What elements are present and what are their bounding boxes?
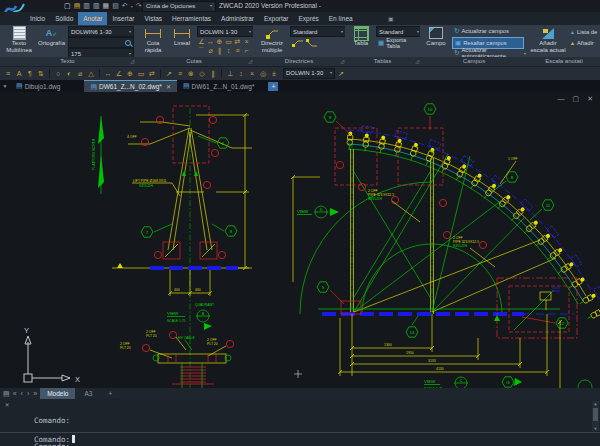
prev-layout-icon[interactable]: ‹ <box>20 388 24 399</box>
dim-centermark-icon[interactable]: ⊕ <box>125 68 135 79</box>
export-table-button[interactable]: ▦ Exporta Tabla <box>376 38 420 48</box>
doc-minimize-icon[interactable]: — <box>558 95 565 103</box>
dim-inspect-icon[interactable]: ◎ <box>258 68 268 79</box>
command-close-icon[interactable]: ✕ <box>5 401 9 409</box>
dim-ordinate-icon[interactable]: ≡ <box>233 46 242 55</box>
dim-continue2-icon[interactable]: ⇄ <box>147 68 157 79</box>
undo-icon[interactable]: ↶ <box>122 1 128 11</box>
table-style-combo[interactable]: Standard▾ <box>376 26 422 37</box>
ordinate-icon[interactable]: ≡ <box>175 68 185 79</box>
dim-style-combo[interactable]: DOLWIN 1-30▾ <box>197 26 254 37</box>
tab-administrar[interactable]: Administrar <box>216 12 259 25</box>
datum-icon[interactable]: ◇ <box>197 68 207 79</box>
print-icon[interactable]: ▦ <box>103 1 110 11</box>
dialog-launcher-icon[interactable]: ◿ <box>340 57 344 66</box>
preview-icon[interactable]: ▧ <box>112 1 119 11</box>
mleader-button[interactable]: Directriz múltiple <box>256 26 288 53</box>
doc-restore-icon[interactable]: ▢ <box>573 95 580 103</box>
dialog-launcher-icon[interactable]: ◿ <box>415 57 419 66</box>
dim-aligned-icon[interactable]: ↔ <box>206 37 215 46</box>
toolbar-dim-style-combo[interactable]: DOLWIN 1-30▾ <box>283 68 335 79</box>
scale-list-button[interactable]: ▲ Lista de <box>568 27 600 37</box>
doc-close-icon[interactable]: ✕ <box>587 95 593 103</box>
scroll-down-icon[interactable]: ▼ <box>592 426 599 431</box>
new-file-icon[interactable]: ▢ <box>64 1 71 11</box>
tab-solido[interactable]: Sólido <box>50 12 78 25</box>
scroll-up-icon[interactable]: ▲ <box>592 401 599 406</box>
layout-list-icon[interactable]: ▤ <box>3 388 10 399</box>
tab-vistas[interactable]: Vistas <box>139 12 167 25</box>
parallel-icon[interactable]: ∥ <box>208 68 218 79</box>
open-file-icon[interactable]: ▤ <box>74 1 81 11</box>
dim-box-icon[interactable]: ▭ <box>136 68 146 79</box>
doc-tab-dibujo1[interactable]: ▤ Dibujo1.dwg <box>10 80 66 92</box>
text-style-combo[interactable]: DOLWIN6 1-30▾ <box>68 26 134 37</box>
mleader-style-combo[interactable]: Standard▾ <box>290 26 346 37</box>
save-icon[interactable]: ▥ <box>83 1 90 11</box>
text-align-icon[interactable]: ⇅ <box>36 68 46 79</box>
first-layout-icon[interactable]: « <box>12 388 18 399</box>
dim-parallel-icon[interactable]: ∥ <box>215 46 224 55</box>
dim-linear-icon[interactable]: ≡ <box>3 68 13 79</box>
workspace-dropdown[interactable]: Cinta de Opciones ▾ <box>142 1 216 12</box>
dim-baseline-icon[interactable]: ▭ <box>224 37 233 46</box>
layout-tab-model[interactable]: Modelo <box>40 388 75 399</box>
tab-en-linea[interactable]: En línea <box>324 12 358 25</box>
command-window[interactable]: ✕ Comando: Comando: Comando: Comando: <c… <box>0 399 600 446</box>
dim-center-icon[interactable]: ⊕ <box>215 37 224 46</box>
text-search-input[interactable] <box>68 37 134 48</box>
dim-jog-icon[interactable]: ⌐ <box>242 46 251 55</box>
tab-exportar[interactable]: Exportar <box>259 12 294 25</box>
dim-break-icon[interactable]: × <box>242 37 251 46</box>
field-button[interactable]: Campo <box>423 26 449 47</box>
drawing-canvas[interactable]: — ▢ ✕ PLATFORM <box>0 92 600 388</box>
close-tab-icon[interactable]: ✕ <box>166 83 171 90</box>
spell-button[interactable]: A✓ Ortografía <box>38 26 65 47</box>
layout-tab-a3[interactable]: A3 <box>77 388 99 399</box>
dim-arc-icon[interactable]: ⌒ <box>197 46 206 55</box>
doc-list-caret-icon[interactable]: ▼ <box>0 80 10 92</box>
remove-leader-icon[interactable] <box>306 38 318 48</box>
new-layout-button[interactable]: + <box>101 388 119 399</box>
dim-vertical2-icon[interactable]: ↕ <box>236 68 246 79</box>
dim-continue-icon[interactable]: ⇄ <box>233 37 242 46</box>
command-scrollbar[interactable]: ▲ ▼ <box>592 401 599 431</box>
arc-icon[interactable]: ◐ <box>64 68 74 79</box>
dim-break2-icon[interactable]: × <box>247 68 257 79</box>
dim-angular-icon[interactable]: ∠ <box>197 37 206 46</box>
doc-tab-dw61-01[interactable]: ▤ DW61_Z...N_01.dwg* <box>177 80 261 92</box>
command-input-line[interactable]: Comando: <box>0 432 600 446</box>
perpendicular-icon[interactable]: ⊥ <box>225 68 235 79</box>
tab-anotar[interactable]: Anotar <box>78 12 107 25</box>
scrollbar-thumb[interactable] <box>593 408 598 421</box>
doc-tab-dw61-02[interactable]: ▤ DW61_Z...N_02.dwg* ✕ <box>84 80 177 92</box>
table-button[interactable]: Tabla <box>348 26 374 47</box>
text-edit-icon[interactable]: A <box>14 68 24 79</box>
last-layout-icon[interactable]: » <box>32 388 38 399</box>
tab-herramientas[interactable]: Herramientas <box>167 12 216 25</box>
circle-icon[interactable]: ○ <box>53 68 63 79</box>
dialog-launcher-icon[interactable]: ◿ <box>130 57 134 66</box>
paragraph-icon[interactable]: ¶ <box>25 68 35 79</box>
scale-add-button[interactable]: ▲ Añadir <box>568 38 600 48</box>
dim-angle-icon[interactable]: ∠ <box>114 68 124 79</box>
quick-dim-button[interactable]: Cota rápida <box>138 26 168 53</box>
dim-vertical-icon[interactable]: ↕ <box>224 46 233 55</box>
tolerance-icon[interactable]: ⊗ <box>186 68 196 79</box>
add-leader-icon[interactable] <box>292 38 304 48</box>
new-drawing-icon[interactable]: + <box>268 82 278 91</box>
tab-expres[interactable]: Exprés <box>294 12 324 25</box>
diameter-icon[interactable]: ⌀ <box>75 68 85 79</box>
triangle-icon[interactable]: △ <box>86 68 96 79</box>
dim-update-icon[interactable]: ↗ <box>336 68 346 79</box>
next-layout-icon[interactable]: › <box>26 388 30 399</box>
update-fields-button[interactable]: ↻ Actualizar campos <box>452 26 528 36</box>
dim-horizontal-icon[interactable]: ↔ <box>103 68 113 79</box>
tab-inicio[interactable]: Inicio <box>25 12 50 25</box>
ribbon-collapse-icon[interactable]: ▣ <box>388 15 394 22</box>
leader-icon[interactable]: ↗ <box>164 68 174 79</box>
save-all-icon[interactable]: ▥ <box>93 1 100 11</box>
dialog-launcher-icon[interactable]: ◿ <box>248 57 252 66</box>
redo-icon[interactable]: ↷ <box>136 1 142 11</box>
tab-insertar[interactable]: Insertar <box>107 12 139 25</box>
